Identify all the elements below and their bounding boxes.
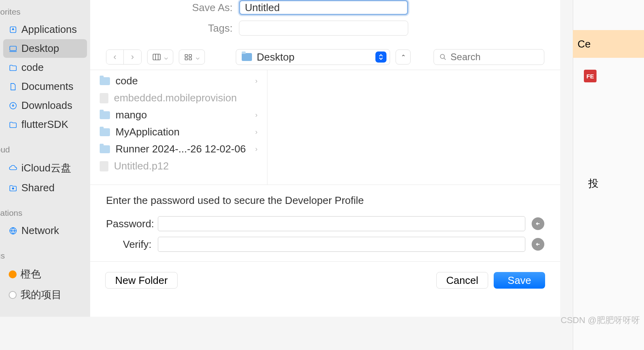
svg-rect-11: [185, 58, 188, 60]
grid-icon: [184, 53, 193, 61]
file-item-folder[interactable]: mango ›: [90, 107, 267, 124]
chevron-right-icon: ›: [255, 111, 258, 119]
file-item-folder[interactable]: Runner 2024-...-26 12-02-06 ›: [90, 141, 267, 158]
svg-point-13: [440, 54, 444, 58]
save-button[interactable]: Save: [494, 272, 545, 289]
sidebar-label: 我的项目: [21, 288, 62, 302]
documents-icon: [9, 82, 17, 91]
back-button[interactable]: ‹: [106, 50, 124, 64]
tags-header: gs: [0, 248, 90, 264]
location-picker[interactable]: Desktop: [236, 49, 390, 65]
file-icon: [100, 93, 108, 103]
folder-icon: [100, 145, 110, 153]
main-area: vorites Applications Desktop code Docume…: [0, 0, 560, 317]
file-name: MyApplication: [116, 126, 250, 138]
tags-input[interactable]: [239, 21, 408, 36]
sidebar-label: Shared: [21, 182, 55, 194]
file-item-folder[interactable]: MyApplication ›: [90, 124, 267, 141]
sidebar-item-desktop[interactable]: Desktop: [3, 39, 87, 58]
file-item-file: embedded.mobileprovision: [90, 89, 267, 107]
sidebar-item-downloads[interactable]: Downloads: [3, 96, 87, 115]
sidebar-tag-orange[interactable]: 橙色: [3, 264, 87, 284]
view-mode-columns[interactable]: ⌵: [147, 49, 173, 65]
search-field[interactable]: [434, 49, 544, 65]
sidebar-item-icloud[interactable]: iCloud云盘: [3, 158, 87, 178]
svg-rect-1: [10, 46, 17, 50]
folder-icon: [9, 120, 17, 129]
verify-label: Verify:: [106, 238, 152, 251]
cancel-button[interactable]: Cancel: [436, 272, 488, 289]
password-section: Enter the password used to secure the De…: [90, 185, 560, 261]
svg-rect-10: [189, 55, 191, 57]
favorites-header: vorites: [0, 4, 90, 20]
applications-icon: [9, 25, 17, 34]
shared-icon: [9, 184, 17, 192]
file-name: mango: [116, 109, 250, 121]
chevron-right-icon: ›: [255, 77, 258, 85]
icloud-header: oud: [0, 142, 90, 158]
tags-label: Tags:: [102, 22, 233, 34]
sidebar-label: Network: [21, 224, 59, 237]
folder-icon: [242, 53, 252, 61]
sidebar: vorites Applications Desktop code Docume…: [0, 0, 90, 317]
sidebar-item-applications[interactable]: Applications: [3, 20, 87, 39]
browser-toolbar: ‹ › ⌵ ⌵ Desktop ⌃: [90, 46, 560, 70]
file-name: embedded.mobileprovision: [114, 92, 258, 104]
verify-input[interactable]: [158, 237, 525, 252]
save-dialog: vorites Applications Desktop code Docume…: [0, 0, 560, 317]
sidebar-label: iCloud云盘: [21, 161, 71, 175]
chevron-right-icon: ›: [255, 145, 258, 153]
network-icon: [9, 226, 17, 235]
tag-dot-icon: [9, 270, 17, 278]
sidebar-item-code[interactable]: code: [3, 58, 87, 77]
location-name: Desktop: [257, 51, 371, 63]
sidebar-tag-project[interactable]: 我的项目: [3, 285, 87, 305]
sidebar-label: flutterSDK: [21, 118, 68, 131]
folder-icon: [9, 63, 17, 72]
svg-rect-9: [185, 55, 188, 57]
locations-header: cations: [0, 205, 90, 221]
password-input[interactable]: [158, 216, 525, 231]
file-icon: [100, 161, 108, 171]
sidebar-item-network[interactable]: Network: [3, 221, 87, 240]
sidebar-item-documents[interactable]: Documents: [3, 77, 87, 96]
nav-buttons: ‹ ›: [106, 49, 142, 65]
folder-icon: [100, 111, 110, 119]
save-as-input[interactable]: [239, 0, 408, 15]
password-hint-icon[interactable]: [532, 217, 544, 230]
cloud-icon: [9, 164, 17, 173]
collapse-button[interactable]: ⌃: [396, 49, 411, 65]
right-tab-ce[interactable]: Ce: [573, 30, 644, 58]
sidebar-label: code: [21, 61, 44, 74]
search-input[interactable]: [451, 51, 538, 63]
desktop-icon: [9, 44, 17, 53]
sidebar-item-fluttersdk[interactable]: flutterSDK: [3, 115, 87, 134]
sidebar-label: 橙色: [21, 267, 41, 281]
sidebar-label: Applications: [21, 23, 77, 36]
forward-button[interactable]: ›: [124, 50, 141, 64]
columns-icon: [152, 53, 161, 61]
chevron-up-icon: ⌃: [401, 53, 406, 61]
content-area: Save As: Tags: ‹ › ⌵: [90, 0, 560, 317]
sidebar-item-shared[interactable]: Shared: [3, 179, 87, 197]
chevron-right-icon: ›: [255, 128, 258, 136]
right-text: 投: [588, 177, 599, 190]
verify-hint-icon[interactable]: [532, 238, 544, 251]
file-item-folder[interactable]: code ›: [90, 72, 267, 89]
sidebar-label: Documents: [21, 80, 74, 93]
dialog-footer: New Folder Cancel Save: [90, 261, 560, 299]
file-name: code: [116, 75, 250, 87]
file-name: Runner 2024-...-26 12-02-06: [116, 143, 250, 155]
password-label: Password:: [106, 218, 152, 230]
sidebar-label: Desktop: [21, 42, 59, 55]
search-icon: [439, 53, 447, 61]
file-name: Untitled.p12: [114, 160, 258, 172]
svg-rect-6: [153, 54, 160, 60]
svg-line-14: [444, 58, 445, 59]
save-header: Save As: Tags:: [90, 0, 560, 46]
chevron-down-icon: ⌵: [164, 53, 168, 61]
view-mode-grid[interactable]: ⌵: [179, 49, 205, 65]
svg-point-4: [12, 188, 14, 189]
file-browser: code › embedded.mobileprovision mango ›: [90, 70, 560, 185]
new-folder-button[interactable]: New Folder: [105, 272, 178, 289]
